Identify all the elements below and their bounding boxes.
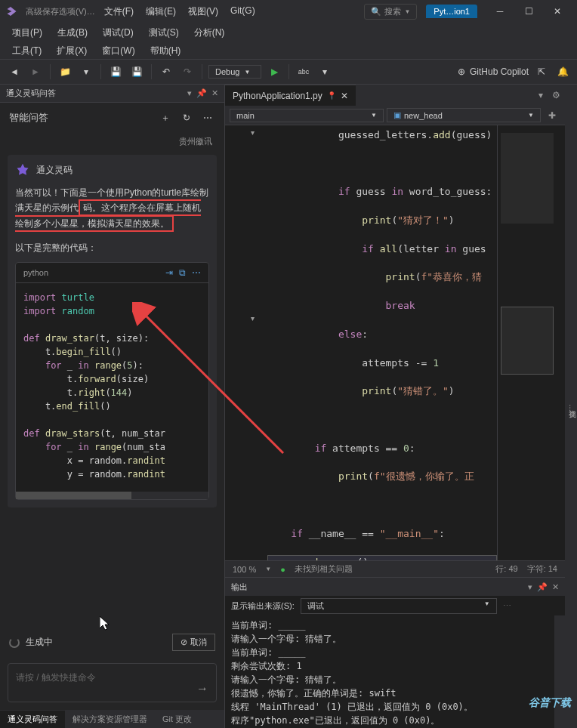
menu-edit[interactable]: 编辑(E) [141, 4, 181, 20]
menu-debug[interactable]: 调试(D) [97, 25, 140, 41]
tab-git-changes[interactable]: Git 更改 [155, 711, 199, 728]
char-info[interactable]: 字符: 14 [527, 563, 557, 575]
menu-row-1: 文件(F) 编辑(E) 视图(V) Git(G) [100, 4, 260, 20]
tab-close-button[interactable]: ✕ [341, 91, 348, 101]
fold-marker[interactable]: ▾ [251, 128, 255, 137]
output-toolbar-button[interactable]: ⋯ [503, 601, 511, 611]
panel-tabs: 通义灵码问答 解决方案资源管理器 Git 更改 [0, 710, 224, 728]
output-pin[interactable]: 📌 [537, 582, 548, 592]
assistant-name: 通义灵码 [36, 164, 73, 177]
output-src-value: 调试 [307, 600, 324, 612]
chat-title-row: 智能问答 ＋ ↻ ⋯ [0, 103, 224, 133]
chat-subtext: 以下是完整的代码： [15, 242, 209, 254]
menu-build[interactable]: 生成(B) [51, 25, 94, 41]
code-content[interactable]: import turtle import random def draw_sta… [16, 283, 208, 489]
abc-button[interactable]: abc [295, 63, 312, 80]
chevron-down-icon: ▼ [484, 600, 490, 612]
nav-scope-dropdown[interactable]: main ▼ [230, 109, 384, 122]
issues-label[interactable]: 未找到相关问题 [295, 563, 353, 575]
minimize-button[interactable]: ─ [486, 2, 514, 21]
save-all-button[interactable]: 💾 [128, 63, 145, 80]
close-panel-button[interactable]: ✕ [211, 88, 218, 98]
editor-tab-file[interactable]: PythonApplication1.py 📍 ✕ [225, 85, 356, 106]
copilot-label: GitHub Copilot [470, 66, 529, 77]
forward-button[interactable]: ► [27, 63, 44, 80]
right-sidebar-tab[interactable]: 类视… [565, 85, 577, 728]
fold-marker[interactable]: ▾ [251, 314, 255, 322]
copilot-button[interactable]: ⊕ GitHub Copilot [458, 66, 529, 77]
menu-analyze[interactable]: 分析(N) [188, 25, 231, 41]
chat-panel: 通义灵码问答 ▾ 📌 ✕ 智能问答 ＋ ↻ ⋯ 贵州徽讯 通义灵码 [0, 85, 225, 728]
more-code-button[interactable]: ⋯ [192, 267, 201, 278]
comment-button[interactable]: ▾ [316, 63, 333, 80]
maximize-button[interactable]: ☐ [515, 2, 542, 21]
undo-button[interactable]: ↶ [158, 63, 174, 80]
output-scrollbar[interactable] [554, 615, 565, 728]
redo-button[interactable]: ↷ [179, 63, 196, 80]
cancel-button[interactable]: ⊘ 取消 [172, 634, 215, 651]
pin-button[interactable]: 📌 [196, 88, 207, 98]
chat-body[interactable]: 通义灵码 当然可以！下面是一个使用Python的turtle库绘制满天星的示例代… [0, 155, 224, 626]
copy-code-button[interactable]: ⧉ [179, 267, 186, 278]
chat-subtitle: 贵州徽讯 [0, 133, 224, 155]
output-close[interactable]: ✕ [552, 582, 559, 592]
open-button[interactable]: ▾ [78, 63, 94, 80]
nav-member-value: new_head [404, 111, 443, 120]
output-src-label: 显示输出来源(S): [231, 600, 295, 612]
share-button[interactable]: ⇱ [533, 63, 550, 80]
tab-settings-button[interactable]: ⚙ [548, 90, 565, 100]
insert-code-button[interactable]: ⇥ [165, 267, 173, 278]
output-panel: 输出 ▾ 📌 ✕ 显示输出来源(S): 调试 ▼ ⋯ 当前单词: _____ 请… [225, 577, 565, 728]
start-button[interactable]: ▶ [266, 63, 282, 80]
output-dropdown[interactable]: ▾ [528, 582, 532, 592]
menu-window[interactable]: 窗口(W) [96, 43, 140, 59]
code-editor[interactable]: guessed_letters.add(guess) if guess in w… [263, 125, 497, 560]
chat-input[interactable]: 请按 / 触发快捷命令 → [8, 663, 217, 702]
assistant-message: 通义灵码 当然可以！下面是一个使用Python的turtle库绘制满天星的示例代… [8, 155, 217, 507]
history-button[interactable]: ↻ [179, 110, 194, 125]
ok-icon: ● [280, 565, 285, 574]
more-button[interactable]: ⋯ [200, 110, 215, 125]
menu-project[interactable]: 项目(P) [6, 25, 48, 41]
save-button[interactable]: 💾 [107, 63, 124, 80]
new-chat-button[interactable]: ＋ [158, 110, 173, 125]
menu-file[interactable]: 文件(F) [100, 4, 138, 20]
tab-dropdown[interactable]: ▾ [534, 90, 548, 100]
menu-extensions[interactable]: 扩展(X) [51, 43, 93, 59]
menu-help[interactable]: 帮助(H) [144, 43, 187, 59]
zoom-level[interactable]: 100 % [233, 565, 256, 574]
notify-button[interactable]: 🔔 [554, 63, 571, 80]
window-controls: ─ ☐ ✕ [486, 2, 571, 21]
config-label: Debug [215, 67, 239, 76]
send-button[interactable]: → [196, 682, 208, 696]
solution-tab[interactable]: Pyt…ion1 [426, 5, 477, 18]
chat-panel-title: 通义灵码问答 [6, 88, 183, 99]
config-dropdown[interactable]: Debug ▼ [208, 65, 261, 79]
minimap[interactable] [497, 125, 565, 560]
code-scrollbar-h[interactable] [16, 492, 208, 499]
nav-split-button[interactable]: ✚ [544, 110, 560, 121]
dropdown-button[interactable]: ▾ [187, 88, 192, 98]
output-body[interactable]: 当前单词: _____ 请输入一个字母: 猜错了。 当前单词: _____ 剩余… [225, 615, 554, 728]
menu-tools[interactable]: 工具(T) [6, 43, 48, 59]
tab-tongyi[interactable]: 通义灵码问答 [0, 711, 65, 728]
input-placeholder: 请按 / 触发快捷命令 [16, 672, 96, 683]
back-button[interactable]: ◄ [6, 63, 23, 80]
menu-git[interactable]: Git(G) [226, 4, 260, 20]
close-button[interactable]: ✕ [544, 2, 571, 21]
search-box[interactable]: 🔍 搜索 ▼ [364, 4, 417, 20]
nav-member-dropdown[interactable]: ▣ new_head ▼ [387, 108, 541, 122]
spinner-icon [9, 637, 20, 648]
output-title: 输出 [231, 581, 523, 593]
editor-statusbar: 100 % ▼ ● 未找到相关问题 行: 49 字符: 14 [225, 560, 565, 577]
chevron-down-icon[interactable]: ▼ [265, 566, 271, 572]
line-info[interactable]: 行: 49 [495, 563, 517, 575]
menu-view[interactable]: 视图(V) [184, 4, 223, 20]
menu-test[interactable]: 测试(S) [143, 25, 185, 41]
chevron-down-icon: ▼ [404, 8, 410, 15]
pin-icon[interactable]: 📍 [327, 91, 336, 100]
new-project-button[interactable]: 📁 [57, 63, 73, 80]
tab-solution-explorer[interactable]: 解决方案资源管理器 [65, 711, 155, 728]
output-src-dropdown[interactable]: 调试 ▼ [301, 598, 497, 614]
search-icon: 🔍 [371, 7, 381, 17]
